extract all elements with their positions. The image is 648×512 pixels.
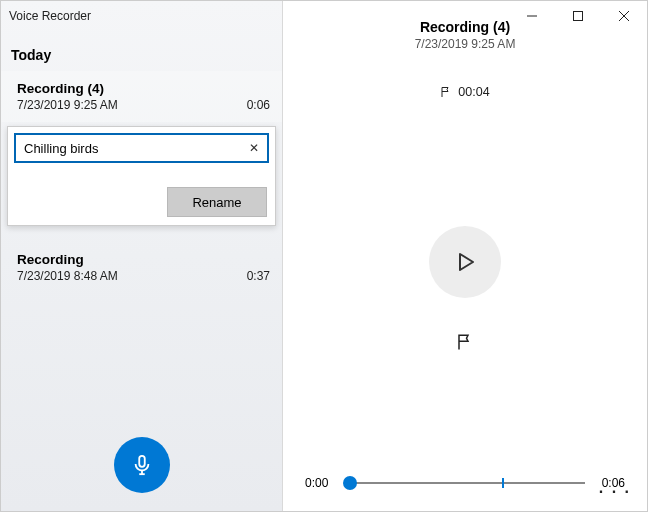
mic-icon (131, 454, 153, 476)
svg-rect-0 (139, 456, 145, 467)
play-area (283, 99, 647, 473)
play-button[interactable] (429, 226, 501, 298)
timeline-current: 0:00 (305, 476, 335, 490)
recording-duration: 0:37 (247, 269, 270, 283)
close-button[interactable] (601, 1, 647, 31)
maximize-icon (573, 11, 583, 21)
player-pane: Recording (4) 7/23/2019 9:25 AM 00:04 0:… (283, 1, 647, 511)
recording-timestamp: 7/23/2019 9:25 AM (17, 98, 118, 112)
window-controls (509, 1, 647, 31)
recording-item[interactable]: Recording (4) 7/23/2019 9:25 AM 0:06 (1, 71, 282, 122)
recording-timestamp: 7/23/2019 8:48 AM (17, 269, 118, 283)
minimize-icon (527, 11, 537, 21)
recording-title: Recording (17, 252, 270, 267)
app-window: Voice Recorder Today Recording (4) 7/23/… (0, 0, 648, 512)
rename-flyout: ✕ Rename (7, 126, 276, 226)
minimize-button[interactable] (509, 1, 555, 31)
section-today: Today (1, 31, 282, 71)
flag-icon (456, 333, 474, 351)
rename-input[interactable] (14, 133, 269, 163)
timeline-thumb[interactable] (343, 476, 357, 490)
recording-duration: 0:06 (247, 98, 270, 112)
more-button[interactable]: · · · (593, 479, 637, 505)
marker-time-value: 00:04 (458, 85, 489, 99)
app-title: Voice Recorder (9, 9, 91, 23)
close-icon (619, 11, 629, 21)
timeline-line (345, 482, 585, 484)
recording-item[interactable]: Recording 7/23/2019 8:48 AM 0:37 (1, 242, 282, 293)
title-bar: Voice Recorder (1, 1, 282, 31)
recording-title: Recording (4) (17, 81, 270, 96)
play-icon (453, 250, 477, 274)
add-marker-button[interactable] (451, 328, 479, 356)
marker-time: 00:04 (283, 85, 647, 99)
record-button[interactable] (114, 437, 170, 493)
player-timestamp: 7/23/2019 9:25 AM (283, 37, 647, 51)
svg-rect-4 (574, 12, 583, 21)
rename-button[interactable]: Rename (167, 187, 267, 217)
flag-icon (440, 86, 452, 98)
svg-marker-7 (460, 254, 473, 270)
recordings-pane: Voice Recorder Today Recording (4) 7/23/… (1, 1, 283, 511)
clear-input-icon[interactable]: ✕ (241, 135, 267, 161)
maximize-button[interactable] (555, 1, 601, 31)
timeline-track[interactable] (345, 473, 585, 493)
timeline-marker (502, 478, 504, 488)
